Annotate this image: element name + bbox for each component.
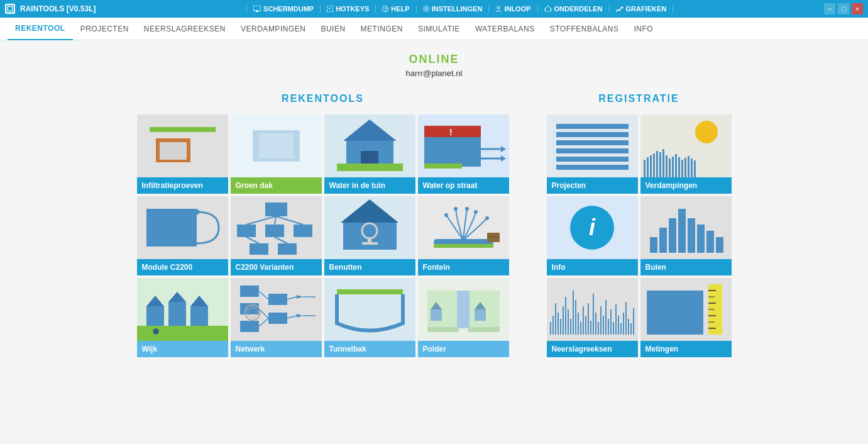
svg-rect-144	[563, 306, 564, 335]
card-water-straat-label: Water op straat	[418, 177, 509, 194]
svg-rect-78	[268, 294, 287, 305]
minimize-button[interactable]: −	[824, 3, 835, 14]
svg-rect-113	[647, 157, 649, 177]
svg-rect-105	[556, 132, 629, 137]
svg-rect-167	[620, 323, 622, 335]
card-groen-dak-image	[231, 114, 322, 177]
svg-rect-171	[630, 323, 632, 335]
menu-info[interactable]: INFO	[626, 18, 661, 40]
svg-rect-168	[623, 313, 624, 335]
svg-rect-115	[653, 153, 655, 177]
nav-instellingen[interactable]: INSTELLINGEN	[417, 5, 490, 13]
card-polder[interactable]: Polder	[418, 278, 509, 357]
nav-help[interactable]: ? HELP	[376, 5, 416, 13]
svg-rect-130	[678, 209, 686, 253]
card-module-c2200[interactable]: Module C2200	[137, 196, 228, 275]
menu-verdampingen[interactable]: VERDAMPINGEN	[233, 18, 313, 40]
card-verdampingen[interactable]: Verdampingen	[640, 114, 732, 194]
menu-neerslagreeksen[interactable]: NEERSLAGREEKSEN	[136, 18, 233, 40]
svg-rect-161	[605, 300, 607, 335]
maximize-button[interactable]: □	[838, 3, 849, 14]
card-projecten-label: Projecten	[547, 177, 638, 194]
svg-point-56	[454, 207, 458, 211]
card-projecten[interactable]: Projecten	[547, 114, 638, 194]
card-groen-dak[interactable]: Groen dak	[231, 114, 322, 194]
svg-rect-122	[675, 154, 677, 177]
svg-text:!: !	[449, 127, 453, 137]
svg-rect-99	[475, 309, 486, 321]
nav-schermdump[interactable]: SCHERMDUMP	[246, 5, 321, 13]
svg-rect-116	[656, 151, 658, 177]
card-verdampingen-label: Verdampingen	[640, 177, 732, 194]
svg-rect-169	[625, 302, 627, 335]
svg-point-58	[474, 210, 478, 214]
svg-rect-75	[240, 286, 259, 297]
svg-rect-159	[600, 306, 602, 335]
card-tunnelbak-label: Tunnelbak	[324, 341, 415, 357]
menu-stoffenbalans[interactable]: STOFFENBALANS	[542, 18, 627, 40]
nav-inloop[interactable]: INLOOP	[489, 5, 537, 13]
svg-rect-157	[595, 313, 596, 335]
app-icon	[5, 4, 15, 14]
nav-grafieken[interactable]: GRAFIEKEN	[610, 5, 674, 13]
menu-waterbalans[interactable]: WATERBALANS	[468, 18, 542, 40]
menu-buien[interactable]: BUIEN	[313, 18, 353, 40]
card-netwerk[interactable]: Netwerk	[231, 278, 322, 357]
nav-onderdelen[interactable]: ONDERDELEN	[538, 5, 610, 13]
card-infiltratieproeven[interactable]: Infiltratieproeven	[137, 114, 228, 194]
registratie-section: REGISTRATIE	[547, 93, 732, 357]
svg-rect-67	[168, 302, 186, 328]
nav-hotkeys[interactable]: * HOTKEYS	[321, 5, 376, 13]
main-content: ONLINE harrr@planet.nl REKENTOOLS	[0, 40, 868, 444]
online-user: harrr@planet.nl	[406, 69, 463, 78]
svg-rect-128	[694, 160, 696, 177]
close-button[interactable]: ×	[852, 3, 863, 14]
card-metingen[interactable]: Metingen	[640, 278, 732, 357]
card-fontein[interactable]: Fontein	[418, 196, 509, 275]
svg-rect-131	[688, 218, 695, 253]
svg-point-57	[465, 207, 469, 211]
svg-rect-139	[550, 322, 551, 335]
menu-projecten[interactable]: PROJECTEN	[73, 18, 136, 40]
card-tunnelbak[interactable]: Tunnelbak	[324, 278, 415, 357]
svg-rect-166	[618, 316, 619, 335]
svg-rect-54	[418, 196, 509, 259]
card-buien-label: Buien	[640, 259, 732, 275]
card-c2200-varianten[interactable]: C2200 Varianten	[231, 196, 322, 275]
svg-rect-96	[457, 291, 470, 328]
card-tunnelbak-image	[324, 278, 415, 341]
svg-rect-121	[672, 157, 674, 177]
svg-point-10	[497, 6, 500, 9]
svg-rect-140	[552, 316, 554, 335]
svg-rect-71	[137, 326, 228, 341]
card-benutten[interactable]: Benutten	[324, 196, 415, 275]
svg-rect-109	[556, 165, 629, 170]
svg-rect-134	[716, 237, 723, 253]
card-buien[interactable]: Buien	[640, 196, 732, 275]
svg-rect-120	[669, 158, 671, 177]
menu-simulatie[interactable]: SIMULATIE	[410, 18, 468, 40]
svg-rect-158	[598, 322, 599, 335]
menu-rekentool[interactable]: REKENTOOL	[8, 18, 73, 40]
card-metingen-image	[640, 278, 732, 341]
card-info[interactable]: i Info	[547, 196, 638, 275]
svg-rect-147	[570, 319, 571, 335]
card-buien-image	[640, 196, 732, 259]
svg-point-73	[154, 330, 158, 333]
card-module-c2200-image	[137, 196, 228, 259]
svg-rect-102	[468, 327, 500, 332]
card-wijk[interactable]: Wijk	[137, 278, 228, 357]
svg-rect-92	[337, 289, 403, 294]
card-water-tuin[interactable]: Water in de tuin	[324, 114, 415, 194]
menu-metingen[interactable]: METINGEN	[353, 18, 410, 40]
rekentools-title: REKENTOOLS	[282, 93, 364, 104]
svg-rect-137	[650, 237, 657, 253]
svg-rect-156	[593, 294, 594, 335]
svg-rect-142	[558, 313, 559, 335]
card-groen-dak-label: Groen dak	[231, 177, 322, 194]
card-neerslagreeksen[interactable]: Neerslagreeksen	[547, 278, 638, 357]
titlebar-nav: SCHERMDUMP * HOTKEYS ? HELP INSTELLINGEN…	[101, 5, 819, 13]
svg-rect-132	[697, 225, 705, 253]
card-water-straat[interactable]: ! Water op straat	[418, 114, 509, 194]
card-polder-image	[418, 278, 509, 341]
